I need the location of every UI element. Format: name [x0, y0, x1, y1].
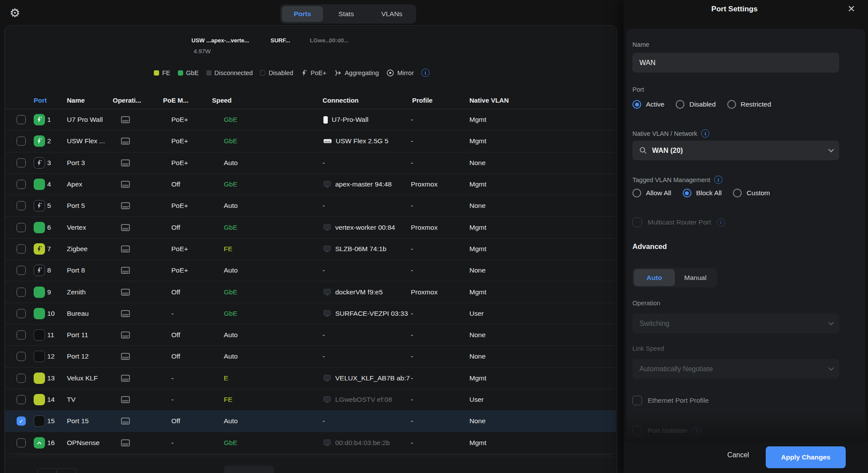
name-input[interactable]: WAN	[632, 53, 839, 73]
port-isolation-checkbox-row[interactable]: Port Isolation i	[632, 426, 701, 435]
operation-switching-icon	[121, 374, 130, 382]
operation-switching-icon	[121, 180, 130, 188]
port-row[interactable]: 7ZigbeePoE+FESLZB-06M 74:1b-Mgmt	[5, 238, 616, 260]
port-row[interactable]: 6VertexOffGbEvertex-worker 00:84ProxmoxM…	[5, 217, 616, 238]
column-header-nativevlan[interactable]: Native VLAN	[469, 97, 509, 104]
profile: Proxmox	[411, 224, 437, 231]
connection-cell: apex-master 94:48	[323, 180, 392, 188]
profile: -	[411, 245, 413, 253]
native-vlan-select[interactable]: WAN (20)	[632, 141, 839, 160]
search-icon	[639, 147, 647, 154]
tab-stats[interactable]: Stats	[323, 6, 369, 22]
tagged-vlan-allow-all[interactable]: Allow All	[632, 189, 671, 197]
row-checkbox[interactable]	[17, 223, 26, 232]
apply-changes-button[interactable]: Apply Changes	[766, 446, 846, 468]
column-header-poem[interactable]: PoE M...	[163, 97, 188, 104]
port-number: 6	[47, 224, 51, 231]
tagged-vlan-radios: Allow AllBlock AllCustom	[632, 189, 770, 197]
profile: -	[411, 310, 413, 318]
column-header-name[interactable]: Name	[67, 97, 85, 104]
port-number: 13	[47, 374, 55, 382]
port-row[interactable]: 2USW Flex ...PoE+GbEUSW Flex 2.5G 5-Mgmt	[5, 131, 616, 152]
row-checkbox[interactable]	[17, 201, 26, 211]
port-row[interactable]: 16OPNsense-GbE00:d0:b4:03:be:2b-Mgmt	[5, 432, 616, 453]
profile: -	[411, 159, 413, 167]
row-checkbox[interactable]	[17, 266, 26, 275]
cancel-button[interactable]: Cancel	[721, 451, 756, 459]
row-checkbox[interactable]	[17, 309, 26, 318]
link-speed-dropdown[interactable]: Automatically Negotiate	[632, 359, 839, 379]
port-state-active[interactable]: Active	[632, 100, 664, 109]
native-vlan: None	[469, 159, 486, 167]
row-checkbox[interactable]	[17, 244, 26, 253]
port-row[interactable]: 4ApexOffGbEapex-master 94:48ProxmoxMgmt	[5, 174, 616, 195]
tab-vlans[interactable]: VLANs	[369, 6, 414, 22]
native-vlan: Mgmt	[469, 116, 486, 124]
row-checkbox[interactable]	[17, 158, 26, 167]
port-status-icon	[34, 179, 45, 190]
speed: GbE	[224, 116, 237, 124]
column-header-speed[interactable]: Speed	[212, 97, 232, 104]
row-checkbox[interactable]	[17, 137, 26, 146]
close-icon[interactable]: ×	[848, 1, 855, 16]
port-row[interactable]: 8Port 8PoE+Auto--None	[5, 260, 616, 281]
row-checkbox[interactable]	[17, 180, 26, 189]
info-icon[interactable]: i	[701, 129, 709, 138]
port-state-disabled[interactable]: Disabled	[676, 100, 715, 109]
native-vlan: Mgmt	[469, 288, 486, 296]
profile: -	[411, 374, 413, 382]
port-status-icon	[34, 394, 45, 405]
info-icon[interactable]: i	[421, 69, 430, 77]
speed: GbE	[224, 137, 237, 145]
ethernet-port-profile-checkbox-row[interactable]: Ethernet Port Profile	[632, 396, 709, 405]
connection-cell: VELUX_KLF_AB7B ab:7	[323, 374, 410, 382]
row-checkbox[interactable]	[17, 115, 26, 124]
tagged-vlan-block-all[interactable]: Block All	[683, 189, 722, 197]
port-row[interactable]: 9ZenithOffGbEdockerVM f9:e5ProxmoxMgmt	[5, 281, 616, 303]
column-header-profile[interactable]: Profile	[412, 97, 433, 104]
operation-switching-icon	[121, 288, 130, 296]
speed: GbE	[224, 288, 237, 296]
pagination-pill[interactable]	[224, 466, 274, 473]
checkbox[interactable]	[632, 396, 642, 405]
port-name: Apex	[67, 180, 82, 188]
row-checkbox[interactable]	[17, 331, 26, 340]
checkbox[interactable]	[632, 426, 642, 435]
mode-auto[interactable]: Auto	[634, 269, 675, 286]
port-state-restricted[interactable]: Restricted	[727, 100, 771, 109]
row-checkbox[interactable]	[17, 395, 26, 404]
row-checkbox[interactable]: ✓	[17, 417, 26, 426]
row-checkbox[interactable]	[17, 352, 26, 361]
port-status-icon	[34, 243, 45, 255]
row-checkbox[interactable]	[17, 287, 26, 297]
settings-gear-icon[interactable]: ⚙	[10, 7, 20, 19]
pagination-buttons[interactable]	[37, 468, 76, 473]
port-status-icon	[34, 329, 45, 341]
profile: Proxmox	[411, 180, 437, 188]
operation-dropdown[interactable]: Switching	[632, 314, 839, 333]
info-icon[interactable]: i	[714, 176, 722, 184]
port-row[interactable]: 11Port 11OffAuto--None	[5, 325, 616, 346]
port-row[interactable]: 12Port 12OffAuto--None	[5, 346, 616, 367]
speed: FE	[224, 245, 233, 253]
legend-item: GbE	[178, 69, 199, 76]
column-header-operati[interactable]: Operati...	[113, 97, 141, 104]
port-row[interactable]: ✓15Port 15OffAuto--None	[5, 411, 616, 432]
row-checkbox[interactable]	[17, 373, 26, 383]
port-row[interactable]: 1U7 Pro WallPoE+GbEU7-Pro-Wall-Mgmt	[5, 109, 616, 131]
port-state-radios: ActiveDisabledRestricted	[632, 100, 771, 109]
speed: Auto	[224, 417, 238, 425]
port-row[interactable]: 3Port 3PoE+Auto--None	[5, 152, 616, 174]
native-vlan: Mgmt	[469, 439, 486, 447]
port-row[interactable]: 5Port 5PoE+Auto--None	[5, 195, 616, 217]
tab-ports[interactable]: Ports	[282, 6, 323, 22]
connection-cell: dockerVM f9:e5	[323, 288, 383, 296]
column-header-connection[interactable]: Connection	[323, 97, 359, 104]
column-header-port[interactable]: Port	[34, 97, 47, 104]
tagged-vlan-custom[interactable]: Custom	[733, 189, 770, 197]
row-checkbox[interactable]	[17, 438, 26, 447]
port-row[interactable]: 13Velux KLF-EVELUX_KLF_AB7B ab:7-Mgmt	[5, 368, 616, 389]
port-row[interactable]: 10Bureau-GbESURFACE-VEZPI 03:33-User	[5, 303, 616, 325]
port-row[interactable]: 14TV-FELGwebOSTV ef:08-User	[5, 389, 616, 411]
mode-manual[interactable]: Manual	[675, 269, 716, 286]
